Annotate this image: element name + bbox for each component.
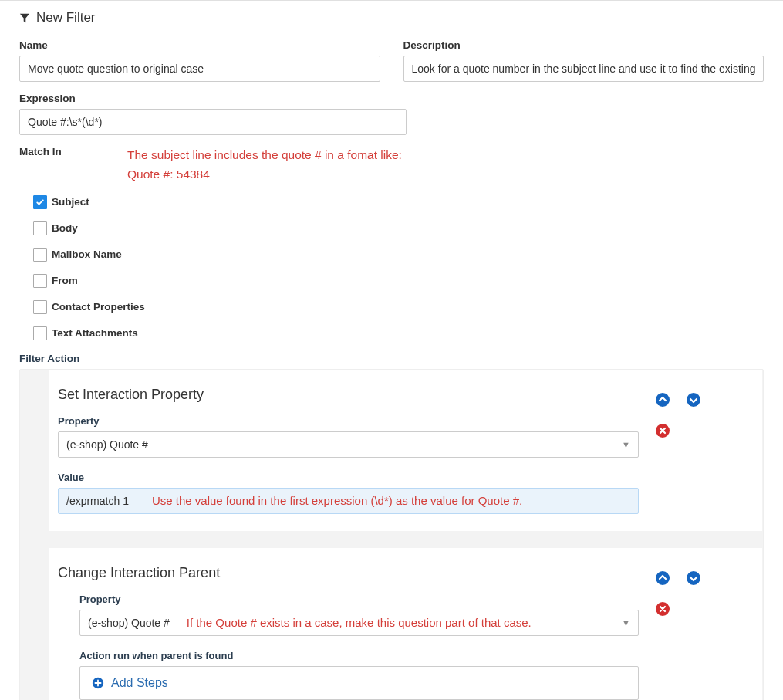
expression-label: Expression xyxy=(19,93,407,104)
checkbox-contact[interactable] xyxy=(33,300,47,314)
svg-point-5 xyxy=(687,571,700,585)
match-item-body[interactable]: Body xyxy=(33,221,764,235)
delete-button[interactable] xyxy=(654,600,671,617)
match-in-label: Match In xyxy=(19,146,123,157)
action-card-set-property: Set Interaction Property Property (e-sho… xyxy=(48,370,763,532)
delete-button[interactable] xyxy=(654,422,671,439)
svg-point-1 xyxy=(687,393,700,407)
plus-circle-icon xyxy=(91,676,105,690)
match-item-mailbox[interactable]: Mailbox Name xyxy=(33,248,764,262)
property-annotation: If the Quote # exists in a case, make th… xyxy=(187,616,532,629)
property-select-value: (e-shop) Quote # xyxy=(66,438,148,451)
match-label-attachments: Text Attachments xyxy=(52,327,138,339)
match-annotation: The subject line includes the quote # in… xyxy=(123,146,402,184)
move-up-button[interactable] xyxy=(654,570,671,587)
filter-action-container: Set Interaction Property Property (e-sho… xyxy=(19,369,764,700)
property-select[interactable]: (e-shop) Quote # ▼ xyxy=(58,431,639,458)
value-annotation: Use the value found in the first express… xyxy=(152,494,522,507)
match-item-contact[interactable]: Contact Properties xyxy=(33,300,764,314)
checkbox-from[interactable] xyxy=(33,274,47,288)
match-item-subject[interactable]: Subject xyxy=(33,195,764,209)
description-input[interactable] xyxy=(403,56,764,82)
property-select-value: (e-shop) Quote # xyxy=(88,617,170,629)
svg-point-4 xyxy=(656,571,670,585)
move-down-button[interactable] xyxy=(685,570,702,587)
name-input[interactable] xyxy=(19,56,380,82)
match-item-from[interactable]: From xyxy=(33,274,764,288)
checkbox-body[interactable] xyxy=(33,221,47,235)
checkbox-attachments[interactable] xyxy=(33,326,47,340)
property-select[interactable]: (e-shop) Quote # If the Quote # exists i… xyxy=(79,610,639,636)
svg-point-0 xyxy=(656,393,670,407)
move-down-button[interactable] xyxy=(685,391,702,408)
value-text: /exprmatch 1 xyxy=(66,495,129,507)
checkbox-mailbox[interactable] xyxy=(33,248,47,262)
match-item-attachments[interactable]: Text Attachments xyxy=(33,326,764,340)
match-label-subject: Subject xyxy=(52,196,89,208)
chevron-down-icon: ▼ xyxy=(622,440,630,449)
property-label: Property xyxy=(79,593,639,605)
add-steps-label: Add Steps xyxy=(111,676,168,690)
match-label-contact: Contact Properties xyxy=(52,301,145,313)
page-header: New Filter xyxy=(19,10,764,25)
value-label: Value xyxy=(58,472,639,483)
action-title: Change Interaction Parent xyxy=(58,565,639,581)
page-title: New Filter xyxy=(36,10,96,25)
name-label: Name xyxy=(19,39,380,51)
add-steps-button[interactable]: Add Steps xyxy=(79,666,639,700)
checkbox-subject[interactable] xyxy=(33,195,47,209)
move-up-button[interactable] xyxy=(654,391,671,408)
match-label-body: Body xyxy=(52,222,78,234)
filter-action-label: Filter Action xyxy=(19,353,764,364)
expression-input[interactable] xyxy=(19,109,407,135)
action-run-label: Action run when parent is found xyxy=(79,650,639,661)
match-label-mailbox: Mailbox Name xyxy=(52,249,122,260)
match-annotation-line1: The subject line includes the quote # in… xyxy=(127,148,402,161)
description-label: Description xyxy=(403,39,764,51)
match-annotation-line2: Quote #: 54384 xyxy=(127,167,210,181)
filter-icon xyxy=(19,12,30,23)
match-label-from: From xyxy=(52,275,78,286)
chevron-down-icon: ▼ xyxy=(622,618,630,627)
action-card-change-parent: Change Interaction Parent Property (e-sh… xyxy=(48,547,763,700)
property-label: Property xyxy=(58,415,639,427)
value-input[interactable]: /exprmatch 1 Use the value found in the … xyxy=(58,488,639,514)
action-title: Set Interaction Property xyxy=(58,387,639,403)
